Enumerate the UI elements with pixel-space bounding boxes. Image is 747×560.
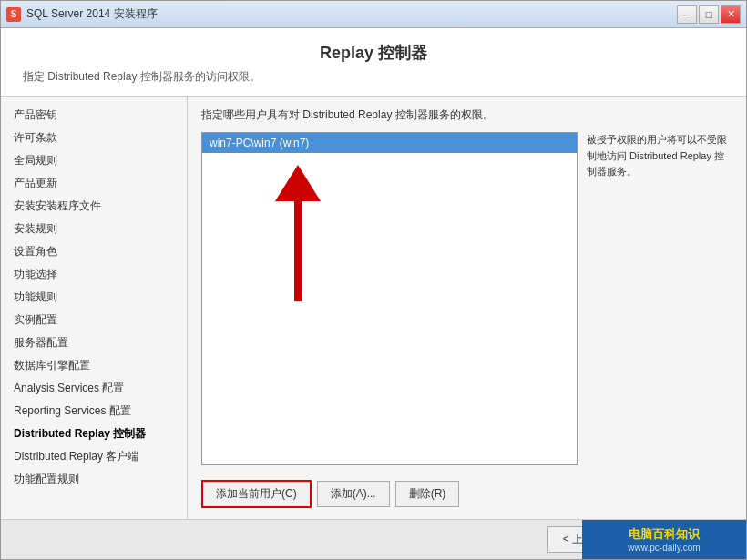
svg-marker-1 xyxy=(275,165,321,201)
bottom-buttons: 添加当前用户(C) 添加(A)... 删除(R) xyxy=(201,480,578,508)
main-window: S SQL Server 2014 安装程序 ─ □ ✕ Replay 控制器 … xyxy=(0,0,747,560)
sidebar-item-instance-config[interactable]: 实例配置 xyxy=(1,309,187,331)
brand-area: 电脑百科知识 www.pc-daily.com xyxy=(582,520,746,559)
main-body: 产品密钥 许可条款 全局规则 产品更新 安装安装程序文件 安装规则 设置角色 功… xyxy=(1,97,746,519)
close-button[interactable]: ✕ xyxy=(721,5,741,24)
right-panel: 指定哪些用户具有对 Distributed Replay 控制器服务的权限。 w… xyxy=(188,97,746,519)
sidebar-item-install-rules[interactable]: 安装规则 xyxy=(1,218,187,240)
page-title: Replay 控制器 xyxy=(19,42,728,64)
sidebar-item-reporting-services[interactable]: Reporting Services 配置 xyxy=(1,400,187,423)
panel-list-container: win7-PC\win7 (win7) 添加当前用户(C) 添加(A)... 删… xyxy=(201,132,578,508)
sidebar-item-distributed-replay-controller[interactable]: Distributed Replay 控制器 xyxy=(1,423,187,445)
header-section: Replay 控制器 指定 Distributed Replay 控制器服务的访… xyxy=(1,28,746,97)
footer: < 上一步(B) 下一步(N) > 电脑百科知识 www.pc-daily.co… xyxy=(1,519,746,559)
titlebar: S SQL Server 2014 安装程序 ─ □ ✕ xyxy=(1,1,746,28)
minimize-button[interactable]: ─ xyxy=(677,5,697,24)
sidebar-item-feature-config-rules[interactable]: 功能配置规则 xyxy=(1,468,187,491)
add-button[interactable]: 添加(A)... xyxy=(317,481,390,507)
brand-title: 电脑百科知识 xyxy=(629,526,700,543)
sidebar-item-distributed-replay-client[interactable]: Distributed Replay 客户端 xyxy=(1,445,187,468)
sidebar-item-feature-select[interactable]: 功能选择 xyxy=(1,263,187,286)
user-list[interactable]: win7-PC\win7 (win7) xyxy=(201,132,578,465)
sidebar-item-server-config[interactable]: 服务器配置 xyxy=(1,331,187,354)
remove-button[interactable]: 删除(R) xyxy=(395,481,460,507)
sidebar-item-product-key[interactable]: 产品密钥 xyxy=(1,104,187,127)
add-current-user-button[interactable]: 添加当前用户(C) xyxy=(201,480,312,508)
sidebar-item-feature-rules[interactable]: 功能规则 xyxy=(1,286,187,309)
titlebar-left: S SQL Server 2014 安装程序 xyxy=(6,6,158,22)
sidebar-item-product-update[interactable]: 产品更新 xyxy=(1,172,187,195)
panel-middle: win7-PC\win7 (win7) 添加当前用户(C) 添加(A)... 删… xyxy=(201,132,732,508)
titlebar-buttons: ─ □ ✕ xyxy=(677,5,741,24)
sidebar-item-install-files[interactable]: 安装安装程序文件 xyxy=(1,195,187,218)
sidebar-item-analysis-services[interactable]: Analysis Services 配置 xyxy=(1,377,187,400)
restore-button[interactable]: □ xyxy=(699,5,719,24)
page-subtitle: 指定 Distributed Replay 控制器服务的访问权限。 xyxy=(23,69,728,85)
panel-instruction: 指定哪些用户具有对 Distributed Replay 控制器服务的权限。 xyxy=(201,107,732,123)
sidebar-item-set-role[interactable]: 设置角色 xyxy=(1,240,187,263)
brand-sub: www.pc-daily.com xyxy=(628,543,700,553)
sidebar: 产品密钥 许可条款 全局规则 产品更新 安装安装程序文件 安装规则 设置角色 功… xyxy=(1,97,188,519)
red-arrow-icon xyxy=(257,160,339,306)
sidebar-item-license[interactable]: 许可条款 xyxy=(1,127,187,149)
app-icon: S xyxy=(6,7,21,22)
window-title: SQL Server 2014 安装程序 xyxy=(26,6,158,22)
info-box: 被授予权限的用户将可以不受限制地访问 Distributed Replay 控制… xyxy=(587,132,732,508)
sidebar-item-global-rules[interactable]: 全局规则 xyxy=(1,149,187,172)
list-item[interactable]: win7-PC\win7 (win7) xyxy=(202,133,577,153)
sidebar-item-db-config[interactable]: 数据库引擎配置 xyxy=(1,354,187,377)
